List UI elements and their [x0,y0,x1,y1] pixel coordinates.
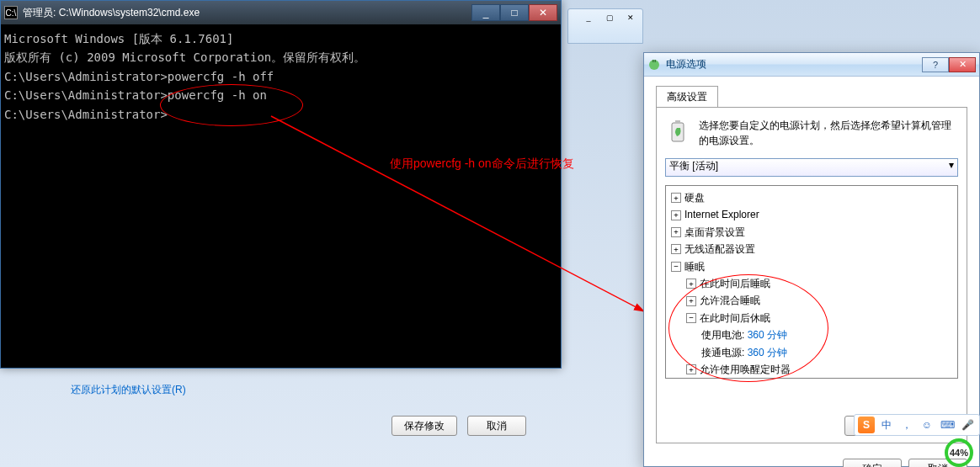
ime-smiley-icon[interactable]: ☺ [919,417,935,433]
settings-tree[interactable]: +硬盘 +Internet Explorer +桌面背景设置 +无线适配器设置 … [665,185,958,379]
expand-icon[interactable]: + [671,193,681,203]
power-plug-icon [647,58,661,72]
expand-icon[interactable]: + [671,210,681,220]
battery-percent: 44% [950,448,968,458]
svg-point-1 [649,60,659,70]
expand-icon[interactable]: + [671,227,681,237]
bottom-button-row: 保存修改 取消 [391,416,526,436]
cancel-button[interactable]: 取消 [467,416,526,436]
sogou-icon[interactable]: S [858,417,875,433]
tree-hybrid-sleep[interactable]: +允许混合睡眠 [668,292,956,309]
power-close-button[interactable]: ✕ [949,57,976,72]
restore-plan-link[interactable]: 还原此计划的默认设置(R) [71,383,186,397]
power-ok-button[interactable]: 确定 [843,459,902,467]
ime-zhong[interactable]: 中 [878,417,895,433]
power-options-dialog: 电源选项 ? ✕ 高级设置 选择您要自定义的电源计划，然后选择您希望计算机管理的… [643,52,980,467]
cmd-minimize-button[interactable]: _ [471,4,500,21]
power-titlebar[interactable]: 电源选项 ? ✕ [644,53,979,77]
battery-indicator[interactable]: 44% [938,442,975,467]
cmd-title: 管理员: C:\Windows\system32\cmd.exe [23,6,471,20]
cmd-maximize-button[interactable]: □ [500,4,529,21]
expand-icon[interactable]: + [686,364,696,374]
cmd-icon: C:\ [4,6,18,19]
tree-sleep-after[interactable]: +在此时间后睡眠 [668,275,956,292]
svg-rect-5 [675,120,680,124]
ime-keyboard-icon[interactable]: ⌨ [939,417,956,433]
tree-hibernate-after[interactable]: −在此时间后休眠 [668,310,956,326]
hibernate-battery-value[interactable]: 360 分钟 [748,326,787,343]
background-window: _ ▢ ✕ [567,8,643,44]
tree-hibernate-battery[interactable]: 使用电池: 360 分钟 [668,326,956,343]
power-help-button[interactable]: ? [922,57,949,72]
ime-mic-icon[interactable]: 🎤 [959,417,976,433]
power-plan-select[interactable]: 平衡 [活动] ▾ [665,158,958,177]
cmd-window: C:\ 管理员: C:\Windows\system32\cmd.exe _ □… [0,0,562,369]
tree-hdd[interactable]: +硬盘 [668,189,956,206]
cmd-close-button[interactable]: ✕ [529,4,557,21]
expand-icon[interactable]: + [686,296,696,306]
cmd-titlebar[interactable]: C:\ 管理员: C:\Windows\system32\cmd.exe _ □… [1,1,561,24]
expand-icon[interactable]: + [686,279,696,289]
collapse-icon[interactable]: − [671,262,681,272]
tree-wireless[interactable]: +无线适配器设置 [668,241,956,257]
collapse-icon[interactable]: − [686,313,696,323]
svg-rect-2 [652,60,654,62]
plan-selected-value: 平衡 [活动] [669,160,718,172]
tree-sleep[interactable]: −睡眠 [668,258,956,275]
tree-wallpaper[interactable]: +桌面背景设置 [668,224,956,241]
annotation-text: 使用powercfg -h on命令后进行恢复 [390,157,574,172]
power-intro-text: 选择您要自定义的电源计划，然后选择您希望计算机管理的电源设置。 [699,118,958,148]
bg-min[interactable]: _ [578,11,599,24]
hibernate-plugged-value[interactable]: 360 分钟 [748,344,787,361]
expand-icon[interactable]: + [671,244,681,254]
bg-max[interactable]: ▢ [599,11,620,24]
power-title: 电源选项 [666,57,922,72]
ime-toolbar[interactable]: S 中 ， ☺ ⌨ 🎤 [854,414,980,436]
dropdown-arrow-icon: ▾ [949,159,954,171]
ime-punct[interactable]: ， [898,417,915,433]
tree-wake-timers[interactable]: +允许使用唤醒定时器 [668,361,956,378]
system-tray: 44% [933,442,980,467]
save-changes-button[interactable]: 保存修改 [391,416,457,436]
tab-advanced[interactable]: 高级设置 [656,86,718,108]
tab-panel: 选择您要自定义的电源计划，然后选择您希望计算机管理的电源设置。 平衡 [活动] … [656,107,967,443]
tree-ie[interactable]: +Internet Explorer [668,206,956,223]
bg-close[interactable]: ✕ [620,11,641,24]
tree-hibernate-plugged[interactable]: 接通电源: 360 分钟 [668,344,956,361]
cmd-output[interactable]: Microsoft Windows [版本 6.1.7601]版权所有 (c) … [1,24,561,129]
battery-leaf-icon [665,118,692,145]
svg-rect-3 [655,60,657,62]
